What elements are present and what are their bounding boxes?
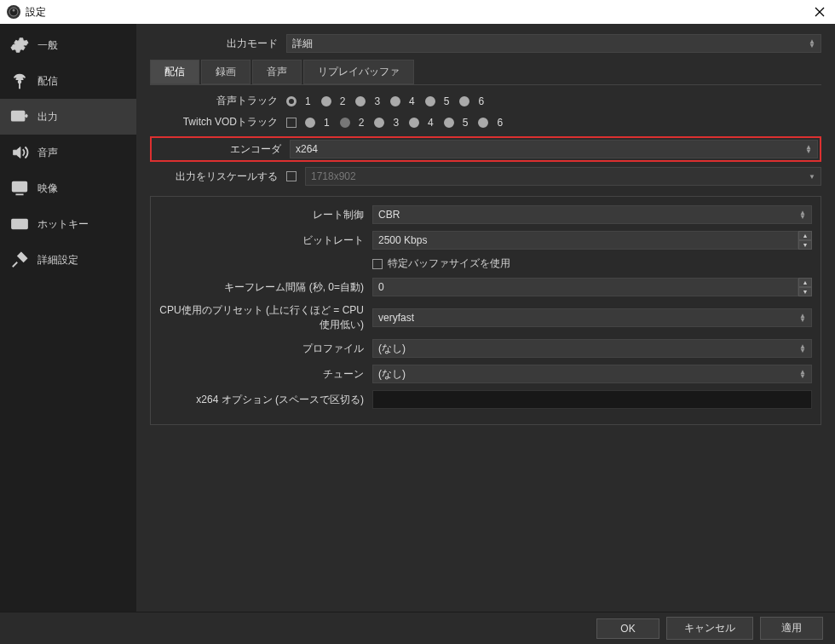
sidebar-item-label: 出力 xyxy=(37,110,58,124)
svg-rect-9 xyxy=(12,220,27,229)
audio-track-5-radio[interactable] xyxy=(425,96,435,106)
audio-track-2-radio[interactable] xyxy=(321,96,331,106)
tab-replay[interactable]: リプレイバッファ xyxy=(303,60,414,84)
rescale-checkbox[interactable] xyxy=(286,171,297,181)
encoder-settings-panel: レート制御 CBR▲▼ ビットレート 2500 Kbps ▲▼ 特定バッファサイ… xyxy=(150,196,821,425)
sidebar-item-general[interactable]: 一般 xyxy=(0,27,136,63)
chevron-updown-icon: ▲▼ xyxy=(805,145,812,153)
bitrate-label: ビットレート xyxy=(159,233,372,248)
audio-track-3-radio[interactable] xyxy=(355,96,366,106)
tab-record[interactable]: 録画 xyxy=(201,60,250,84)
keyframe-up[interactable]: ▲ xyxy=(798,278,812,287)
keyframe-input[interactable]: 0 ▲▼ xyxy=(372,278,812,296)
encoder-select[interactable]: x264 ▲▼ xyxy=(290,140,818,158)
svg-point-1 xyxy=(13,9,15,12)
sidebar-item-label: 音声 xyxy=(37,146,58,160)
vod-track-label: Twitch VODトラック xyxy=(150,115,286,129)
tune-label: チューン xyxy=(159,367,372,382)
chevron-updown-icon: ▲▼ xyxy=(799,344,806,353)
tab-stream[interactable]: 配信 xyxy=(150,60,199,84)
cpu-preset-label: CPU使用のプリセット (上に行くほど = CPU使用低い) xyxy=(159,303,372,332)
svg-point-10 xyxy=(14,222,15,223)
audio-track-1-radio[interactable] xyxy=(286,96,297,106)
bitrate-input[interactable]: 2500 Kbps ▲▼ xyxy=(372,231,812,250)
audio-track-6-radio[interactable] xyxy=(459,96,469,106)
rate-control-label: レート制御 xyxy=(159,208,372,222)
output-mode-label: 出力モード xyxy=(150,37,286,51)
buffer-size-checkbox[interactable] xyxy=(372,259,383,269)
tab-audio[interactable]: 音声 xyxy=(252,60,302,84)
rescale-label: 出力をリスケールする xyxy=(150,170,286,184)
sidebar-item-hotkeys[interactable]: ホットキー xyxy=(0,206,136,242)
bitrate-up[interactable]: ▲ xyxy=(798,231,812,240)
encoder-label: エンコーダ xyxy=(153,142,290,157)
audio-track-4-radio[interactable] xyxy=(390,96,400,106)
keyframe-down[interactable]: ▼ xyxy=(798,287,812,296)
sidebar-item-label: 映像 xyxy=(37,181,58,196)
chevron-updown-icon: ▲▼ xyxy=(799,313,806,322)
x264-opts-input[interactable] xyxy=(372,390,812,409)
vod-track-6-radio[interactable] xyxy=(478,118,488,128)
sidebar-item-label: 一般 xyxy=(37,38,58,53)
footer: OK キャンセル 適用 xyxy=(0,612,835,644)
apply-button[interactable]: 適用 xyxy=(760,617,823,640)
svg-point-12 xyxy=(20,222,21,223)
vod-track-3-radio[interactable] xyxy=(374,118,384,128)
sidebar: 一般 配信 出力 音声 映像 ホットキー 詳細設定 xyxy=(0,24,136,612)
close-button[interactable] xyxy=(811,3,828,20)
vod-track-4-radio[interactable] xyxy=(409,118,419,128)
chevron-updown-icon: ▲▼ xyxy=(799,210,806,219)
chevron-updown-icon: ▲▼ xyxy=(809,39,815,48)
output-mode-select[interactable]: 詳細 ▲▼ xyxy=(286,34,821,53)
cancel-button[interactable]: キャンセル xyxy=(666,617,753,640)
svg-rect-6 xyxy=(12,112,25,121)
sidebar-item-output[interactable]: 出力 xyxy=(0,99,136,135)
vod-track-1-radio[interactable] xyxy=(305,118,315,128)
buffer-size-label: 特定バッファサイズを使用 xyxy=(388,256,510,271)
sidebar-item-video[interactable]: 映像 xyxy=(0,170,136,206)
encoder-highlight: エンコーダ x264 ▲▼ xyxy=(150,136,821,162)
sidebar-item-stream[interactable]: 配信 xyxy=(0,63,136,99)
profile-label: プロファイル xyxy=(159,342,372,356)
main-panel: 出力モード 詳細 ▲▼ 配信 録画 音声 リプレイバッファ 音声トラック 1 2… xyxy=(136,24,835,612)
vod-track-5-radio[interactable] xyxy=(444,118,454,128)
tools-icon xyxy=(10,250,29,269)
x264-opts-label: x264 オプション (スペースで区切る) xyxy=(159,393,372,407)
svg-point-11 xyxy=(18,222,19,223)
sidebar-item-label: ホットキー xyxy=(37,217,89,232)
rate-control-select[interactable]: CBR▲▼ xyxy=(372,205,812,224)
audio-track-label: 音声トラック xyxy=(150,94,286,108)
vod-track-checkbox[interactable] xyxy=(286,118,297,128)
sidebar-item-advanced[interactable]: 詳細設定 xyxy=(0,242,136,278)
cpu-preset-select[interactable]: veryfast▲▼ xyxy=(372,308,812,327)
speaker-icon xyxy=(10,143,29,162)
output-icon xyxy=(10,107,29,126)
app-logo-icon xyxy=(7,5,20,19)
rescale-select[interactable]: 1718x902 ▼ xyxy=(305,167,821,186)
window-title: 設定 xyxy=(26,5,46,20)
svg-rect-7 xyxy=(13,182,27,192)
sidebar-item-audio[interactable]: 音声 xyxy=(0,135,136,170)
keyboard-icon xyxy=(10,215,29,233)
chevron-down-icon: ▼ xyxy=(809,175,815,179)
keyframe-label: キーフレーム間隔 (秒, 0=自動) xyxy=(159,280,372,295)
chevron-updown-icon: ▲▼ xyxy=(799,370,806,378)
gear-icon xyxy=(10,36,29,55)
tune-select[interactable]: (なし)▲▼ xyxy=(372,365,812,383)
output-tabs: 配信 録画 音声 リプレイバッファ xyxy=(150,60,821,85)
monitor-icon xyxy=(10,179,29,198)
titlebar: 設定 xyxy=(0,0,835,24)
vod-track-2-radio[interactable] xyxy=(340,118,350,128)
profile-select[interactable]: (なし)▲▼ xyxy=(372,339,812,358)
antenna-icon xyxy=(10,72,29,90)
svg-point-13 xyxy=(24,222,25,223)
sidebar-item-label: 詳細設定 xyxy=(37,253,78,267)
sidebar-item-label: 配信 xyxy=(37,74,58,89)
bitrate-down[interactable]: ▼ xyxy=(798,240,812,250)
ok-button[interactable]: OK xyxy=(596,618,659,639)
